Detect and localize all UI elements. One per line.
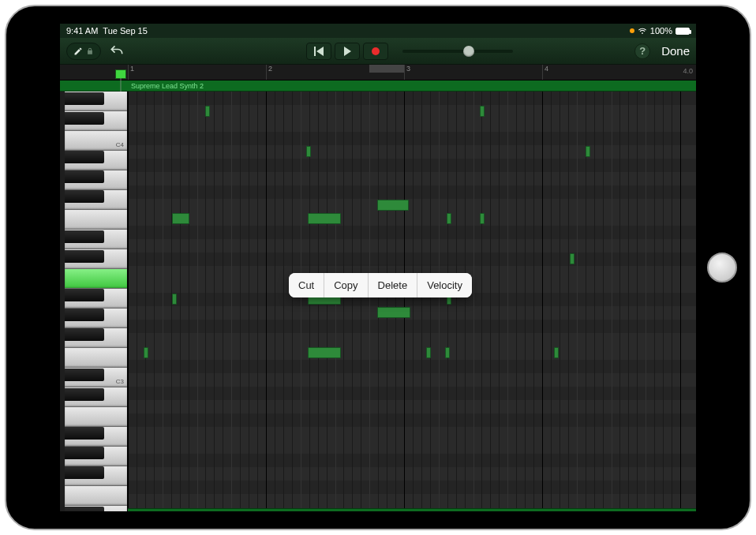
rewind-button[interactable] <box>306 43 331 60</box>
undo-button[interactable] <box>109 43 125 59</box>
app-screen: 9:41 AM Tue Sep 15 100% <box>60 24 696 511</box>
midi-note[interactable] <box>308 213 341 224</box>
gridline <box>456 92 457 511</box>
black-key[interactable] <box>65 289 104 301</box>
edit-mode-toggle[interactable] <box>66 43 101 60</box>
gridline <box>637 92 638 511</box>
region-header[interactable]: Supreme Lead Synth 2 <box>60 80 696 92</box>
midi-note[interactable] <box>554 347 559 358</box>
black-key[interactable] <box>65 250 104 263</box>
note-grid[interactable] <box>128 92 696 511</box>
midi-note[interactable] <box>172 213 189 224</box>
black-key[interactable] <box>65 92 104 105</box>
done-button[interactable]: Done <box>661 44 690 58</box>
midi-note[interactable] <box>426 347 431 358</box>
gridline <box>413 92 414 511</box>
midi-note[interactable] <box>377 307 410 318</box>
midi-note[interactable] <box>172 294 177 305</box>
context-menu-cut[interactable]: Cut <box>289 273 324 297</box>
black-key[interactable] <box>65 369 104 381</box>
black-key[interactable] <box>65 190 104 203</box>
context-menu: Cut Copy Delete Velocity <box>289 273 472 297</box>
gridline <box>551 92 552 511</box>
playhead[interactable] <box>115 69 126 79</box>
white-key[interactable] <box>65 407 127 427</box>
record-button[interactable] <box>363 43 388 60</box>
play-button[interactable] <box>335 43 360 60</box>
gridline <box>533 92 534 511</box>
black-key[interactable] <box>65 507 104 511</box>
master-volume-slider[interactable] <box>402 50 513 53</box>
black-key[interactable] <box>65 466 104 479</box>
gridline <box>378 92 379 511</box>
black-key[interactable] <box>65 112 104 125</box>
midi-note[interactable] <box>144 347 148 358</box>
gridline <box>189 92 189 511</box>
ipad-frame: 9:41 AM Tue Sep 15 100% <box>5 5 751 530</box>
horizontal-scrollbar[interactable] <box>128 508 696 511</box>
barline <box>266 92 267 511</box>
bar-label-3: 3 <box>406 65 410 73</box>
timeline-ruler[interactable]: 1 2 3 4 4.0 <box>60 65 696 80</box>
gridline <box>163 92 163 511</box>
gridline <box>301 92 301 511</box>
midi-note[interactable] <box>570 253 574 264</box>
gridline <box>257 92 258 511</box>
midi-note[interactable] <box>306 146 311 157</box>
gridline <box>240 92 241 511</box>
black-key[interactable] <box>65 151 104 163</box>
context-menu-delete[interactable]: Delete <box>369 273 418 297</box>
gridline <box>490 92 491 511</box>
context-menu-velocity[interactable]: Velocity <box>417 273 472 297</box>
gridline <box>369 92 370 511</box>
midi-note[interactable] <box>377 200 409 211</box>
transport-controls <box>306 43 513 60</box>
gridline <box>612 92 612 511</box>
midi-note[interactable] <box>205 106 210 117</box>
gridline <box>275 92 275 511</box>
gridline <box>292 92 293 511</box>
midi-note[interactable] <box>308 347 341 358</box>
black-key[interactable] <box>65 328 104 341</box>
white-key[interactable] <box>65 348 127 368</box>
volume-knob[interactable] <box>463 46 474 57</box>
black-key[interactable] <box>65 309 104 321</box>
white-key[interactable]: C4 <box>65 131 127 151</box>
gridline <box>628 92 629 511</box>
gridline <box>214 92 215 511</box>
black-key[interactable] <box>65 427 104 440</box>
midi-note[interactable] <box>480 106 485 117</box>
end-bar-label: 4.0 <box>683 67 693 75</box>
gridline <box>672 92 672 511</box>
white-key[interactable] <box>65 486 127 506</box>
midi-note[interactable] <box>480 213 485 224</box>
gridline <box>619 92 620 511</box>
midi-note[interactable] <box>447 213 451 224</box>
piano-keyboard[interactable]: C4C3 <box>60 92 128 511</box>
barline <box>680 92 681 511</box>
black-key[interactable] <box>65 230 104 243</box>
gridline <box>439 92 440 511</box>
home-button[interactable] <box>707 253 737 282</box>
black-key[interactable] <box>65 388 104 401</box>
black-key[interactable] <box>65 447 104 459</box>
gridline <box>387 92 387 511</box>
gridline <box>654 92 655 511</box>
recording-indicator-dot <box>630 28 634 33</box>
loop-region[interactable] <box>369 65 404 73</box>
gridline <box>465 92 466 511</box>
status-time: 9:41 AM <box>66 26 98 36</box>
midi-note[interactable] <box>586 146 590 157</box>
gridline <box>481 92 482 511</box>
midi-note[interactable] <box>445 347 450 358</box>
context-menu-copy[interactable]: Copy <box>324 273 368 297</box>
white-key[interactable] <box>65 269 127 289</box>
gridline <box>646 92 646 511</box>
help-button[interactable]: ? <box>634 43 650 59</box>
gridline <box>577 92 578 511</box>
gridline <box>205 92 206 511</box>
white-key[interactable] <box>65 210 127 230</box>
bar-label-1: 1 <box>130 65 134 73</box>
battery-percent: 100% <box>650 26 672 36</box>
black-key[interactable] <box>65 170 104 183</box>
